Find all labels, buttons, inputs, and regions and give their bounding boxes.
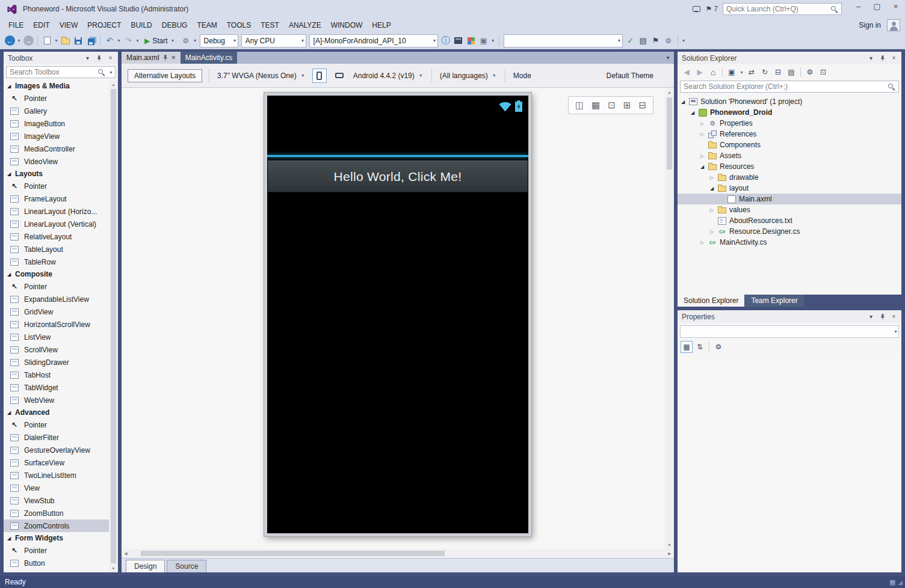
save-all-icon[interactable] [85, 34, 97, 47]
collapsed-arrow-icon[interactable]: ▷ [699, 153, 705, 159]
properties-window-icon[interactable]: ⚙ [663, 34, 675, 47]
navigate-backward-dropdown-icon[interactable]: ▾ [16, 38, 22, 43]
categorized-icon[interactable]: ▦ [681, 341, 693, 353]
editor-horizontal-scrollbar[interactable]: ◀ ▶ [122, 549, 674, 558]
close-icon[interactable]: × [171, 54, 176, 61]
solution-configuration-combobox[interactable]: Debug ▾ [200, 34, 238, 47]
selected-object-combobox[interactable]: ▾ [680, 325, 899, 338]
maximize-button[interactable]: ▢ [868, 0, 886, 13]
property-pages-icon[interactable]: ⚙ [712, 341, 724, 353]
toolbox-item-checkbox[interactable]: CheckBox [4, 569, 109, 572]
mode-dropdown[interactable]: Mode [512, 70, 533, 82]
tab-solution-explorer[interactable]: Solution Explorer [678, 295, 744, 307]
scrollbar-thumb[interactable] [111, 89, 116, 563]
collapsed-arrow-icon[interactable]: ▷ [709, 207, 715, 213]
toolbox-item-button[interactable]: Button [4, 557, 109, 569]
tab-main-axml[interactable]: Main.axml× [122, 52, 181, 64]
scroll-up-icon[interactable]: ▲ [665, 88, 674, 96]
window-menu-icon[interactable]: ▾ [866, 53, 876, 63]
toolbox-search-box[interactable]: ▾ [6, 66, 116, 78]
menu-analyze[interactable]: ANALYZE [284, 18, 326, 32]
chevron-down-icon[interactable]: ▾ [490, 38, 496, 43]
properties-icon[interactable]: ⚙ [804, 66, 816, 78]
forward-icon[interactable]: ▶ [694, 66, 706, 78]
tree-item-assets[interactable]: ▷Assets [678, 150, 901, 161]
toolbox-item-dialerfilter[interactable]: DialerFilter [4, 431, 109, 444]
android-sdk-manager-icon[interactable] [465, 34, 477, 47]
toolbox-item-zoomcontrols[interactable]: ZoomControls [4, 519, 109, 532]
tab-source[interactable]: Source [167, 560, 206, 572]
toolbox-item-linearlayout-vertical[interactable]: LinearLayout (Vertical) [4, 218, 109, 230]
document-list-dropdown-icon[interactable]: ▾ [662, 52, 674, 64]
toolbox-item-expandablelistview[interactable]: ExpandableListView [4, 293, 109, 305]
feedback-icon[interactable] [689, 2, 705, 16]
alphabetical-sort-icon[interactable]: ⇅ [694, 341, 706, 353]
properties-header[interactable]: Properties ▾ × [678, 310, 901, 323]
pin-icon[interactable] [94, 53, 104, 63]
minimize-button[interactable]: – [849, 0, 868, 13]
menu-view[interactable]: VIEW [55, 18, 83, 32]
home-icon[interactable]: ⌂ [707, 66, 719, 78]
new-project-dropdown-icon[interactable]: ▾ [54, 38, 59, 43]
open-file-icon[interactable] [60, 34, 72, 47]
scroll-down-icon[interactable]: ▼ [109, 564, 118, 572]
debug-target-gear-icon[interactable]: ⚙ [180, 34, 192, 47]
collapsed-arrow-icon[interactable]: ▷ [699, 132, 705, 137]
toolbox-item-framelayout[interactable]: FrameLayout [4, 192, 109, 205]
menu-project[interactable]: PROJECT [82, 18, 126, 32]
toolbox-item-tablerow[interactable]: TableRow [4, 256, 109, 268]
team-explorer-window-icon[interactable]: ⚑ [650, 34, 662, 47]
close-icon[interactable]: × [889, 53, 899, 63]
tree-item-resources[interactable]: ◢Resources [678, 161, 901, 172]
menu-team[interactable]: TEAM [192, 18, 221, 32]
pin-icon[interactable] [877, 311, 888, 322]
close-icon[interactable]: × [105, 53, 116, 63]
start-debugging-button[interactable]: ▶ Start ▾ [141, 34, 179, 47]
tree-item-solution-phoneword-1-project[interactable]: ◢Solution 'Phoneword' (1 project) [678, 96, 901, 107]
navigate-forward-icon[interactable]: → [22, 34, 34, 47]
expanded-arrow-icon[interactable]: ◢ [680, 99, 686, 105]
collapsed-arrow-icon[interactable]: ▷ [709, 175, 715, 180]
menu-test[interactable]: TEST [256, 18, 284, 32]
tree-item-components[interactable]: Components [678, 139, 901, 150]
menu-edit[interactable]: EDIT [28, 18, 54, 32]
solution-explorer-header[interactable]: Solution Explorer ▾ × [678, 52, 901, 64]
toolbox-item-mediacontroller[interactable]: MediaController [4, 142, 109, 155]
show-all-files-icon[interactable]: ▤ [785, 66, 797, 78]
tree-item-layout[interactable]: ◢layout [678, 183, 901, 194]
save-icon[interactable] [72, 34, 84, 47]
solution-explorer-window-icon[interactable]: ▤ [637, 34, 649, 47]
toolbox-header[interactable]: Toolbox ▾ × [4, 52, 118, 64]
tree-item-values[interactable]: ▷values [678, 204, 901, 215]
toolbox-section-composite[interactable]: ◢Composite [4, 268, 109, 280]
collapsed-arrow-icon[interactable]: ▷ [709, 229, 715, 234]
preview-selected-items-icon[interactable]: ⊡ [817, 66, 829, 78]
device-dropdown[interactable]: 3.7" WVGA (Nexus One) ▾ [216, 70, 307, 82]
portrait-orientation-button[interactable] [312, 69, 327, 83]
toolbox-item-viewstub[interactable]: ViewStub [4, 494, 109, 507]
close-window-button[interactable]: × [886, 0, 905, 13]
new-project-icon[interactable] [41, 34, 53, 47]
expanded-arrow-icon[interactable]: ◢ [709, 186, 715, 191]
tree-item-aboutresources-txt[interactable]: AboutResources.txt [678, 215, 901, 226]
toolbox-item-pointer[interactable]: ↖Pointer [4, 180, 109, 192]
tree-item-resource-designer-cs[interactable]: ▷C#Resource.Designer.cs [678, 226, 901, 237]
menu-debug[interactable]: DEBUG [157, 18, 193, 32]
toolbox-item-slidingdrawer[interactable]: SlidingDrawer [4, 356, 109, 369]
toolbox-item-tabhost[interactable]: TabHost [4, 369, 109, 381]
chevron-down-icon[interactable]: ▾ [739, 70, 744, 75]
collapsed-arrow-icon[interactable]: ▷ [699, 121, 705, 126]
expanded-arrow-icon[interactable]: ◢ [699, 164, 705, 170]
info-icon[interactable]: ⓘ [440, 34, 452, 47]
tree-item-main-axml[interactable]: Main.axml [678, 194, 901, 204]
toolbox-item-gestureoverlayview[interactable]: GestureOverlayView [4, 444, 109, 456]
theme-label[interactable]: Default Theme [607, 72, 654, 80]
search-icon[interactable] [98, 69, 105, 76]
collapsed-arrow-icon[interactable]: ▷ [699, 240, 705, 245]
switch-views-icon[interactable]: ▣ [726, 66, 738, 78]
toolbox-section-images-media[interactable]: ◢Images & Media [4, 80, 109, 92]
toolbox-item-pointer[interactable]: ↖Pointer [4, 418, 109, 431]
hello-world-button[interactable]: Hello World, Click Me! [268, 161, 528, 192]
quick-launch-box[interactable] [723, 3, 842, 15]
solution-explorer-search-input[interactable] [681, 82, 888, 91]
